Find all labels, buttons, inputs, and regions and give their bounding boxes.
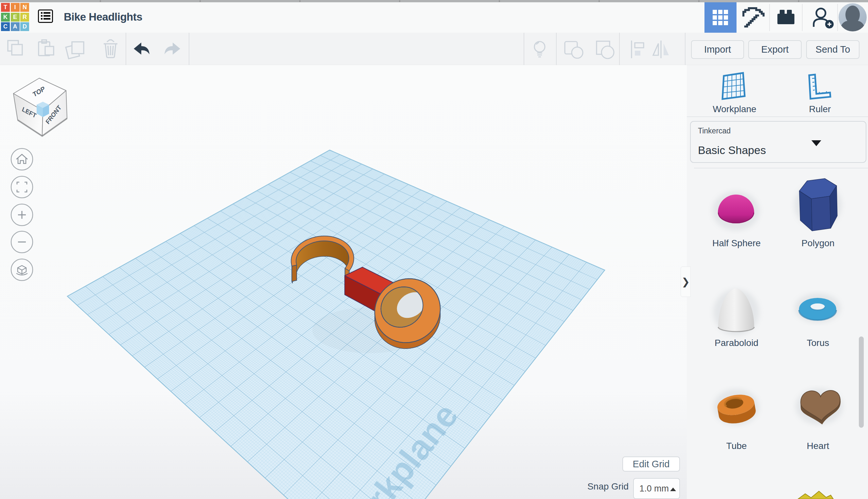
svg-text:Polygon: Polygon — [801, 238, 834, 248]
svg-text:Torus: Torus — [807, 338, 829, 348]
svg-text:Tinkercad: Tinkercad — [698, 126, 731, 135]
svg-text:Ruler: Ruler — [809, 104, 831, 114]
svg-text:Workplane: Workplane — [713, 104, 756, 114]
svg-text:Half Sphere: Half Sphere — [712, 238, 761, 248]
svg-text:Heart: Heart — [807, 441, 829, 451]
svg-text:Tube: Tube — [726, 441, 747, 451]
svg-text:Paraboloid: Paraboloid — [714, 338, 758, 348]
svg-text:Basic Shapes: Basic Shapes — [698, 144, 766, 156]
